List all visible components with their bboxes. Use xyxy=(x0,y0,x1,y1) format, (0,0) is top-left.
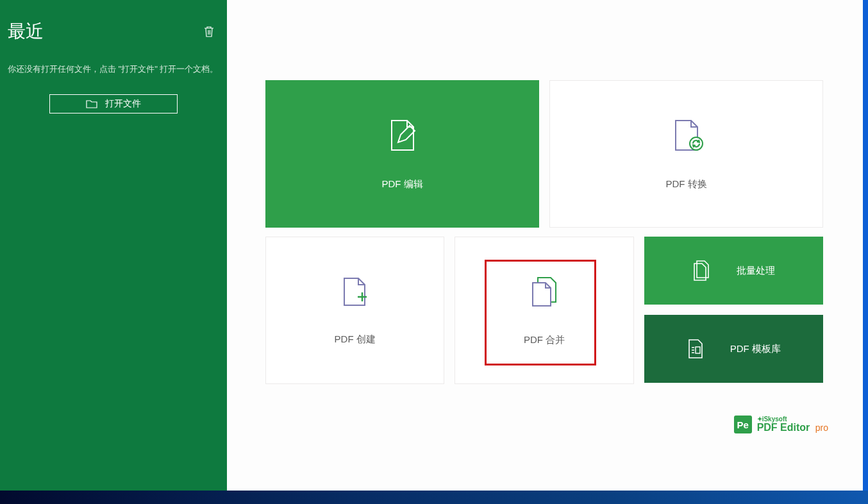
card-pdf-templates[interactable]: PDF 模板库 xyxy=(644,315,823,383)
open-file-button[interactable]: 打开文件 xyxy=(49,94,178,113)
card-label: PDF 创建 xyxy=(335,333,376,346)
edit-document-icon xyxy=(385,118,420,153)
svg-rect-1 xyxy=(696,347,700,353)
logo-main: PDF Editor xyxy=(757,422,810,433)
app-window: 最近 你还没有打开任何文件，点击 "打开文件" 打开一个文档。 打开文件 xyxy=(0,0,868,504)
trash-icon xyxy=(203,25,215,38)
merge-document-icon xyxy=(528,275,561,308)
batch-icon xyxy=(692,260,711,281)
logo-badge: Pe xyxy=(734,416,752,433)
card-pdf-convert[interactable]: PDF 转换 xyxy=(549,80,823,228)
clear-recent-button[interactable] xyxy=(199,21,219,42)
card-grid: PDF 编辑 PDF 转换 xyxy=(265,80,823,384)
product-logo: Pe ✦iSkysoft PDF Editor pro xyxy=(734,416,828,433)
card-label: PDF 模板库 xyxy=(730,343,781,355)
svg-point-0 xyxy=(690,137,703,150)
sidebar-header: 最近 xyxy=(8,19,219,44)
grid-row-2: PDF 创建 PDF 合并 xyxy=(265,237,823,384)
card-label: PDF 转换 xyxy=(665,178,706,190)
card-batch-process[interactable]: 批量处理 xyxy=(644,237,823,305)
logo-suffix: pro xyxy=(815,423,828,433)
card-label: 批量处理 xyxy=(737,265,775,277)
card-pdf-merge[interactable]: PDF 合并 xyxy=(455,237,633,384)
sidebar: 最近 你还没有打开任何文件，点击 "打开文件" 打开一个文档。 打开文件 xyxy=(0,0,227,491)
grid-row-1: PDF 编辑 PDF 转换 xyxy=(265,80,823,228)
recent-empty-description: 你还没有打开任何文件，点击 "打开文件" 打开一个文档。 xyxy=(8,63,219,76)
folder-icon xyxy=(86,99,97,108)
logo-text: ✦iSkysoft PDF Editor pro xyxy=(757,416,828,433)
card-pdf-create[interactable]: PDF 创建 xyxy=(265,237,444,384)
convert-document-icon xyxy=(669,118,704,153)
card-pdf-edit[interactable]: PDF 编辑 xyxy=(265,80,539,228)
side-column: 批量处理 PDF 模板库 xyxy=(644,237,823,384)
card-label: PDF 合并 xyxy=(524,334,565,346)
taskbar-strip xyxy=(0,491,868,504)
recent-title: 最近 xyxy=(8,19,44,44)
open-file-label: 打开文件 xyxy=(105,98,141,110)
main-area: PDF 编辑 PDF 转换 xyxy=(227,0,868,504)
card-label: PDF 编辑 xyxy=(381,178,422,190)
template-icon xyxy=(687,339,705,359)
create-document-icon xyxy=(339,276,371,308)
